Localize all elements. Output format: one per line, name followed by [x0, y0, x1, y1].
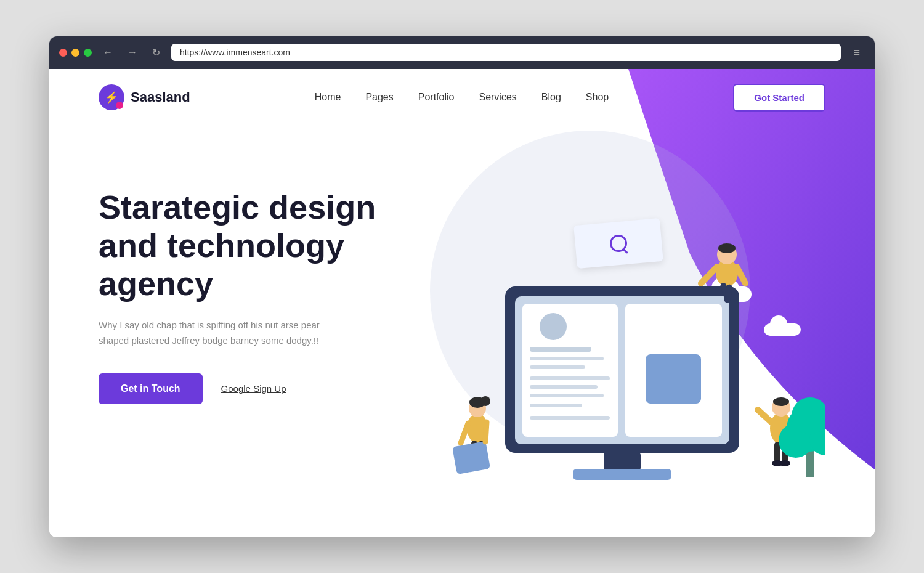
nav-item-shop[interactable]: Shop [586, 92, 609, 103]
svg-rect-9 [530, 394, 604, 397]
svg-point-3 [540, 313, 567, 340]
svg-point-18 [718, 243, 736, 253]
nav-item-services[interactable]: Services [479, 92, 516, 103]
svg-line-30 [758, 410, 771, 422]
address-bar[interactable] [171, 44, 841, 61]
nav-link-pages[interactable]: Pages [365, 92, 393, 102]
nav-links: Home Pages Portfolio Services Blog Shop [315, 92, 609, 103]
logo[interactable]: ⚡ Saasland [99, 84, 190, 110]
website-content: ⚡ Saasland Home Pages Portfolio Services… [49, 69, 875, 537]
svg-line-22 [737, 267, 745, 283]
hero-illustration [394, 163, 825, 502]
hero-title: Starategic design and technology agency [99, 188, 394, 303]
hero-buttons: Get in Touch Google Sign Up [99, 373, 394, 404]
traffic-lights [59, 49, 92, 57]
nav-link-shop[interactable]: Shop [586, 92, 609, 102]
browser-chrome: ← → ↻ ≡ [49, 36, 875, 69]
logo-icon: ⚡ [99, 84, 124, 110]
svg-rect-14 [604, 453, 641, 470]
maximize-button[interactable] [84, 49, 92, 57]
logo-text: Saasland [131, 89, 190, 105]
browser-menu-icon[interactable]: ≡ [848, 44, 865, 62]
svg-rect-4 [530, 347, 591, 352]
google-signup-button[interactable]: Google Sign Up [221, 383, 286, 394]
svg-rect-38 [452, 441, 490, 474]
got-started-button[interactable]: Got Started [733, 84, 825, 112]
svg-line-39 [461, 423, 468, 443]
svg-rect-7 [530, 376, 610, 380]
svg-rect-11 [530, 416, 610, 420]
navbar: ⚡ Saasland Home Pages Portfolio Services… [49, 69, 875, 126]
nav-item-portfolio[interactable]: Portfolio [418, 92, 455, 103]
svg-rect-8 [530, 385, 598, 389]
nav-item-home[interactable]: Home [315, 92, 341, 103]
refresh-button[interactable]: ↻ [148, 46, 164, 60]
minimize-button[interactable] [71, 49, 79, 57]
nav-link-blog[interactable]: Blog [541, 92, 561, 102]
svg-line-21 [701, 267, 717, 283]
svg-point-29 [779, 460, 790, 466]
nav-link-home[interactable]: Home [315, 92, 341, 102]
get-in-touch-button[interactable]: Get in Touch [99, 373, 203, 404]
svg-rect-10 [530, 404, 582, 407]
svg-line-40 [485, 422, 487, 442]
nav-item-blog[interactable]: Blog [541, 92, 561, 103]
nav-link-portfolio[interactable]: Portfolio [418, 92, 455, 102]
browser-window: ← → ↻ ≡ ⚡ Saasland [49, 36, 875, 537]
hero-svg-illustration [394, 163, 825, 502]
svg-rect-13 [646, 354, 701, 404]
svg-rect-15 [573, 469, 671, 480]
forward-button[interactable]: → [124, 46, 141, 59]
nav-link-services[interactable]: Services [479, 92, 516, 102]
hero-section: Starategic design and technology agency … [49, 126, 875, 527]
nav-item-pages[interactable]: Pages [365, 92, 393, 103]
close-button[interactable] [59, 49, 67, 57]
hero-description: Why I say old chap that is spiffing off … [99, 317, 333, 349]
hero-content: Starategic design and technology agency … [99, 163, 394, 404]
svg-point-25 [773, 397, 789, 406]
svg-rect-6 [530, 365, 585, 369]
svg-rect-5 [530, 357, 604, 360]
svg-point-35 [480, 396, 490, 406]
back-button[interactable]: ← [99, 46, 116, 59]
